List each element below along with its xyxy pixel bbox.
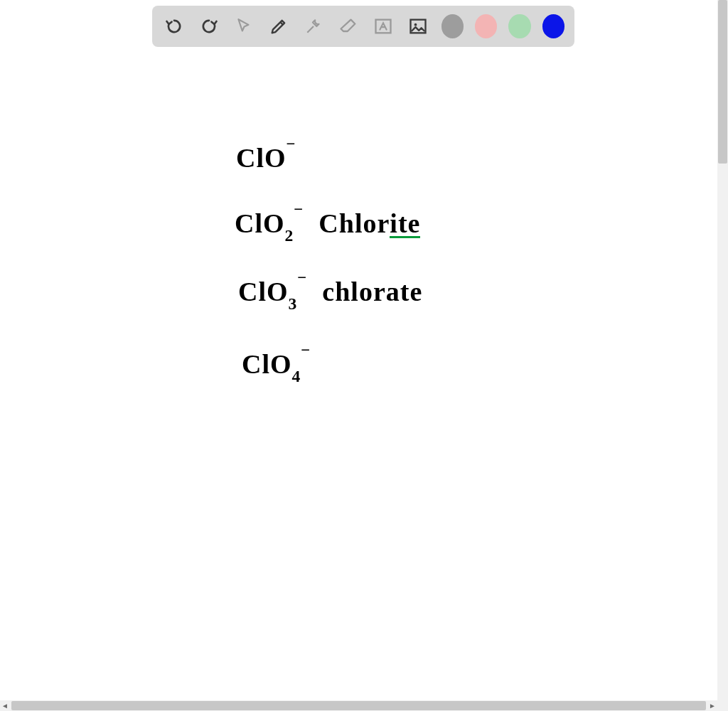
scroll-left-arrow-icon[interactable]: ◄ [0,701,10,711]
text-box-icon [373,16,393,36]
tools-button[interactable] [301,14,325,39]
handwriting-line-2: ClO2− Chlorite [235,208,420,243]
vertical-scrollbar-thumb[interactable] [718,0,727,164]
color-swatch-pink[interactable] [475,14,497,38]
pencil-button[interactable] [267,14,290,39]
tools-icon [304,17,323,36]
image-icon [408,16,428,36]
cursor-button[interactable] [232,14,255,39]
horizontal-scrollbar-thumb[interactable] [11,701,706,710]
undo-icon [164,16,184,36]
undo-button[interactable] [162,14,186,39]
color-swatch-blue[interactable] [542,14,564,38]
horizontal-scrollbar[interactable]: ◄ ► [0,700,717,711]
color-swatch-gray[interactable] [441,14,464,38]
svg-point-2 [414,23,417,26]
redo-button[interactable] [197,14,220,39]
scrollbar-corner [717,700,728,711]
handwriting-line-4: ClO4− [242,348,311,384]
drawing-canvas[interactable]: ClO− ClO2− Chlorite ClO3− chlorate ClO4− [0,50,728,700]
handwriting-line-3: ClO3− chlorate [238,276,422,311]
pencil-icon [269,16,289,36]
eraser-icon [338,16,358,36]
scroll-right-arrow-icon[interactable]: ► [707,701,717,711]
cursor-icon [235,17,253,36]
text-box-button[interactable] [372,14,395,39]
eraser-button[interactable] [337,14,360,39]
image-button[interactable] [407,14,430,39]
handwriting-line-1: ClO− [236,142,296,173]
vertical-scrollbar[interactable] [717,0,728,711]
redo-icon [199,16,219,36]
color-swatch-green[interactable] [508,14,530,38]
toolbar [152,6,574,47]
